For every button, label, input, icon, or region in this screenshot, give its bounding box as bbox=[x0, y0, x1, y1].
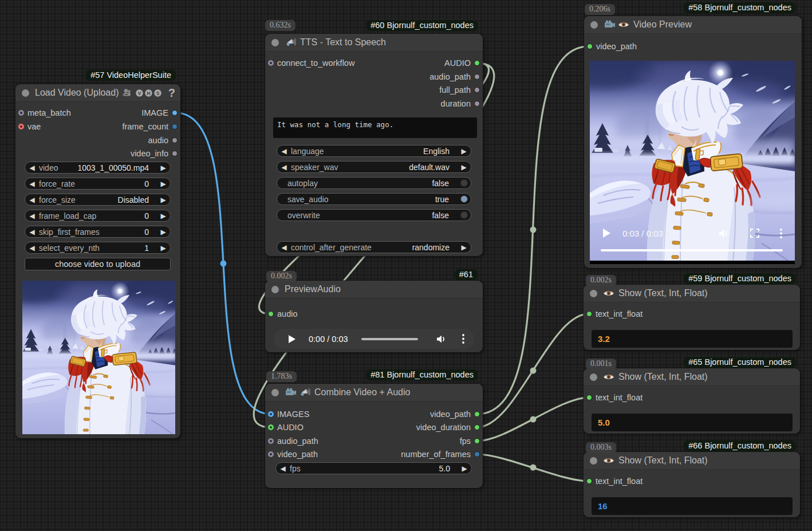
increment-arrow-icon[interactable]: ▶ bbox=[156, 226, 170, 238]
decrement-arrow-icon[interactable]: ◀ bbox=[25, 242, 39, 254]
slot-dot[interactable] bbox=[268, 60, 274, 66]
display-value[interactable]: 16 bbox=[592, 497, 793, 515]
fullscreen-icon[interactable] bbox=[750, 229, 759, 238]
input-slot-connect-to-workflow[interactable]: connect_to_workflow bbox=[277, 59, 354, 67]
audio-player[interactable]: 0:00 / 0:03 bbox=[274, 329, 474, 349]
input-slot-vae[interactable]: vae bbox=[27, 123, 41, 131]
slot-dot[interactable] bbox=[268, 424, 274, 430]
seek-slider[interactable] bbox=[361, 338, 418, 340]
slot-dot[interactable] bbox=[172, 151, 178, 156]
slot-dot[interactable] bbox=[474, 74, 480, 80]
slot-dot[interactable] bbox=[172, 110, 178, 116]
node-combine-video-audio[interactable]: Combine Video + Audio IMAGES AUDIO audio… bbox=[265, 384, 483, 488]
slot-dot[interactable] bbox=[474, 101, 480, 107]
widget-autoplay-toggle[interactable]: autoplay false bbox=[277, 177, 471, 189]
toggle-knob[interactable] bbox=[460, 179, 468, 187]
slot-dot[interactable] bbox=[586, 478, 592, 484]
decrement-arrow-icon[interactable]: ◀ bbox=[277, 145, 291, 157]
output-slot-video-info[interactable]: video_info bbox=[131, 150, 168, 158]
node-tts[interactable]: TTS - Text to Speech connect_to_workflow… bbox=[265, 34, 483, 256]
widget-skip-first-frames[interactable]: ◀ skip_first_frames 0 ▶ bbox=[25, 226, 171, 238]
output-slot-audio[interactable]: AUDIO bbox=[444, 59, 471, 67]
input-slot-video-path[interactable]: video_path bbox=[596, 42, 637, 50]
widget-fps[interactable]: ◀ fps 5.0 ▶ bbox=[275, 462, 472, 474]
input-slot-video-path[interactable]: video_path bbox=[277, 450, 318, 458]
widget-select-every-nth[interactable]: ◀ select_every_nth 1 ▶ bbox=[25, 242, 171, 254]
text-input[interactable]: It was not a long time ago. bbox=[273, 117, 477, 138]
video-frame-preview[interactable] bbox=[22, 281, 175, 434]
input-slot-images[interactable]: IMAGES bbox=[277, 410, 309, 418]
output-slot-video-path[interactable]: video_path bbox=[430, 410, 471, 418]
display-value[interactable]: 5.0 bbox=[592, 414, 793, 431]
input-slot-audio[interactable]: audio bbox=[277, 310, 297, 318]
node-show-titlebar[interactable]: Show (Text, Int, Float) bbox=[584, 368, 800, 386]
slot-dot[interactable] bbox=[586, 395, 592, 400]
slot-dot[interactable] bbox=[474, 87, 480, 93]
input-slot-text-int-float[interactable]: text_int_float bbox=[596, 394, 642, 402]
widget-language[interactable]: ◀ language English ▶ bbox=[277, 145, 471, 157]
output-slot-image[interactable]: IMAGE bbox=[141, 109, 168, 117]
slot-dot[interactable] bbox=[587, 44, 593, 49]
slot-dot[interactable] bbox=[172, 124, 178, 129]
slot-dot[interactable] bbox=[474, 424, 480, 430]
decrement-arrow-icon[interactable]: ◀ bbox=[25, 162, 39, 174]
node-show-66[interactable]: Show (Text, Int, Float) text_int_float 1… bbox=[584, 452, 800, 517]
node-show-65[interactable]: Show (Text, Int, Float) text_int_float 5… bbox=[584, 368, 800, 434]
node-show-titlebar[interactable]: Show (Text, Int, Float) bbox=[584, 452, 800, 470]
node-show-titlebar[interactable]: Show (Text, Int, Float) bbox=[584, 285, 800, 302]
node-video-preview-titlebar[interactable]: Video Preview bbox=[584, 16, 802, 34]
input-slot-audio-path[interactable]: audio_path bbox=[277, 437, 318, 445]
video-progress-bar[interactable] bbox=[601, 249, 783, 251]
widget-speaker-wav[interactable]: ◀ speaker_wav default.wav ▶ bbox=[277, 161, 471, 173]
input-slot-text-int-float[interactable]: text_int_float bbox=[596, 310, 642, 318]
increment-arrow-icon[interactable]: ▶ bbox=[156, 194, 170, 206]
output-slot-fps[interactable]: fps bbox=[460, 437, 471, 445]
input-slot-audio[interactable]: AUDIO bbox=[277, 423, 303, 431]
choose-video-button[interactable]: choose video to upload bbox=[25, 258, 171, 270]
output-slot-audio-path[interactable]: audio_path bbox=[429, 73, 471, 81]
node-graph-canvas[interactable]: #57 VideoHelperSuite Load Video (Upload)… bbox=[0, 0, 812, 531]
decrement-arrow-icon[interactable]: ◀ bbox=[25, 178, 39, 190]
output-slot-video-duration[interactable]: video_duration bbox=[416, 423, 471, 431]
decrement-arrow-icon[interactable]: ◀ bbox=[25, 210, 39, 222]
video-player[interactable]: 0:03 / 0:03 bbox=[590, 61, 795, 264]
slot-dot[interactable] bbox=[474, 411, 480, 417]
toggle-knob[interactable] bbox=[460, 195, 468, 203]
increment-arrow-icon[interactable]: ▶ bbox=[457, 145, 471, 157]
slot-dot[interactable] bbox=[474, 60, 480, 66]
slot-dot[interactable] bbox=[268, 411, 274, 417]
slot-dot[interactable] bbox=[172, 137, 178, 143]
increment-arrow-icon[interactable]: ▶ bbox=[458, 463, 471, 474]
widget-frame-load-cap[interactable]: ◀ frame_load_cap 0 ▶ bbox=[25, 210, 171, 222]
overflow-menu-icon[interactable] bbox=[780, 229, 782, 238]
input-slot-text-int-float[interactable]: text_int_float bbox=[596, 477, 642, 485]
widget-video[interactable]: ◀ video 1003_1_00050.mp4 ▶ bbox=[25, 162, 171, 174]
increment-arrow-icon[interactable]: ▶ bbox=[156, 210, 170, 222]
toggle-knob[interactable] bbox=[460, 211, 468, 219]
node-preview-audio[interactable]: PreviewAudio audio 0:00 / 0:03 bbox=[265, 281, 483, 352]
slot-dot[interactable] bbox=[268, 311, 274, 317]
help-icon[interactable]: ? bbox=[168, 86, 175, 100]
node-show-59[interactable]: Show (Text, Int, Float) text_int_float 3… bbox=[584, 285, 800, 350]
widget-force-rate[interactable]: ◀ force_rate 0 ▶ bbox=[25, 178, 171, 190]
play-icon[interactable] bbox=[288, 335, 296, 344]
increment-arrow-icon[interactable]: ▶ bbox=[156, 178, 170, 190]
output-slot-full-path[interactable]: full_path bbox=[439, 86, 471, 94]
slot-dot[interactable] bbox=[18, 124, 24, 129]
slot-dot[interactable] bbox=[586, 311, 592, 317]
video-controls[interactable]: 0:03 / 0:03 bbox=[590, 228, 795, 238]
decrement-arrow-icon[interactable]: ◀ bbox=[25, 194, 39, 206]
slot-dot[interactable] bbox=[474, 451, 480, 457]
increment-arrow-icon[interactable]: ▶ bbox=[156, 162, 170, 174]
node-preview-audio-titlebar[interactable]: PreviewAudio bbox=[265, 281, 483, 298]
output-slot-number-of-frames[interactable]: number_of_frames bbox=[401, 450, 471, 458]
volume-icon[interactable] bbox=[719, 229, 730, 238]
widget-control-after-generate[interactable]: ◀ control_after_generate randomize ▶ bbox=[277, 241, 471, 253]
decrement-arrow-icon[interactable]: ◀ bbox=[276, 463, 290, 474]
widget-force-size[interactable]: ◀ force_size Disabled ▶ bbox=[25, 194, 171, 206]
output-slot-audio[interactable]: audio bbox=[148, 136, 168, 144]
slot-dot[interactable] bbox=[268, 438, 274, 444]
decrement-arrow-icon[interactable]: ◀ bbox=[277, 162, 291, 173]
overflow-menu-icon[interactable] bbox=[462, 334, 464, 344]
slot-dot[interactable] bbox=[268, 451, 274, 457]
